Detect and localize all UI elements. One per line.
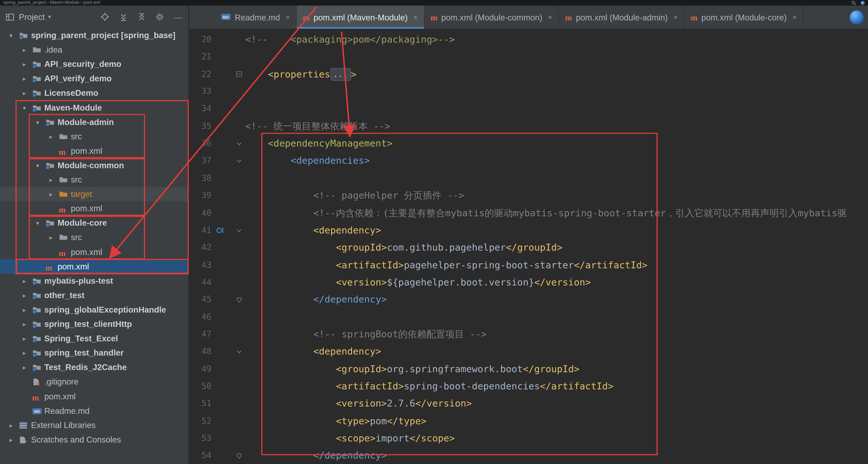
code-line-54[interactable]: </dependency> bbox=[245, 447, 387, 464]
close-icon[interactable]: × bbox=[548, 13, 553, 22]
chevron-collapsed-icon[interactable]: ▸ bbox=[7, 418, 16, 432]
tree-item-pom-xml[interactable]: mpom.xml bbox=[0, 245, 189, 259]
code-line-36[interactable]: <dependencyManagement> bbox=[245, 135, 393, 152]
close-icon[interactable]: × bbox=[285, 13, 290, 22]
tree-item-module-common[interactable]: ▾Module-common bbox=[0, 158, 189, 172]
code-line-52[interactable]: <type>pom</type> bbox=[245, 412, 427, 430]
tree-item-spring-parent-project-spring-base-[interactable]: ▾spring_parent_project [spring_base] bbox=[0, 28, 189, 43]
tree-item-target[interactable]: ▸target bbox=[0, 187, 189, 201]
code-line-44[interactable]: <version>${pagehelper.boot.version}</ver… bbox=[245, 274, 591, 291]
code-line-37[interactable]: <dependencies> bbox=[245, 152, 370, 170]
chevron-collapsed-icon[interactable]: ▸ bbox=[20, 302, 29, 317]
tree-item-pom-xml[interactable]: mpom.xml bbox=[0, 389, 189, 404]
project-view-selector[interactable]: Project bbox=[19, 12, 45, 22]
code-line-35[interactable]: <!-- 统一项目整体依赖版本 --> bbox=[245, 118, 390, 135]
tree-item-module-core[interactable]: ▾Module-core bbox=[0, 216, 189, 230]
collapse-all-icon[interactable] bbox=[137, 12, 146, 22]
code-line-39[interactable]: <!-- pageHelper 分页插件 --> bbox=[245, 187, 464, 204]
tree-item-readme-md[interactable]: MDReadme.md bbox=[0, 403, 189, 418]
fold-marker-end-icon[interactable] bbox=[235, 291, 243, 308]
tree-item-spring-test-excel[interactable]: ▸Spring_Test_Excel bbox=[0, 331, 189, 346]
expand-all-icon[interactable] bbox=[119, 12, 128, 22]
tree-item-licensedemo[interactable]: ▸LicenseDemo bbox=[0, 86, 189, 100]
code-line-43[interactable]: <artifactId>pagehelper-spring-boot-start… bbox=[245, 256, 648, 274]
tree-item-spring-globalexceptionhandle[interactable]: ▸spring_globalExceptionHandle bbox=[0, 302, 189, 317]
hide-panel-icon[interactable]: — bbox=[173, 12, 183, 22]
close-icon[interactable]: × bbox=[413, 13, 418, 22]
chevron-collapsed-icon[interactable]: ▸ bbox=[20, 273, 29, 288]
notification-icon[interactable] bbox=[861, 1, 865, 5]
fold-marker-down-icon[interactable] bbox=[235, 152, 243, 170]
chevron-collapsed-icon[interactable]: ▸ bbox=[20, 346, 29, 360]
chevron-collapsed-icon[interactable]: ▸ bbox=[46, 172, 55, 187]
settings-icon[interactable] bbox=[155, 12, 164, 22]
chevron-collapsed-icon[interactable]: ▸ bbox=[20, 331, 29, 346]
tree-item-spring-test-clienthttp[interactable]: ▸spring_test_clientHttp bbox=[0, 317, 189, 331]
close-icon[interactable]: × bbox=[792, 13, 797, 22]
folded-region-badge[interactable]: ... bbox=[330, 68, 351, 80]
chevron-collapsed-icon[interactable]: ▸ bbox=[20, 360, 29, 375]
tree-item-mybatis-plus-test[interactable]: ▸mybatis-plus-test bbox=[0, 273, 189, 288]
fold-marker-end-icon[interactable] bbox=[235, 447, 243, 464]
editor-body[interactable]: 20<!-- <packaging>pom</packaging>-->2122… bbox=[189, 29, 868, 464]
chevron-collapsed-icon[interactable]: ▸ bbox=[20, 317, 29, 331]
code-line-22[interactable]: <properties...> bbox=[245, 66, 356, 83]
chevron-collapsed-icon[interactable]: ▸ bbox=[46, 230, 55, 245]
code-line-47[interactable]: <!-- springBoot的依赖配置项目 --> bbox=[245, 326, 487, 343]
tree-item-module-admin[interactable]: ▾Module-admin bbox=[0, 115, 189, 129]
tree-item-maven-module[interactable]: ▾Maven-Module bbox=[0, 100, 189, 115]
fold-marker-down-icon[interactable] bbox=[235, 222, 243, 239]
chevron-collapsed-icon[interactable]: ▸ bbox=[20, 86, 29, 100]
tree-item-api-security-demo[interactable]: ▸API_security_demo bbox=[0, 57, 189, 71]
project-view-icon[interactable] bbox=[5, 12, 14, 22]
chevron-collapsed-icon[interactable]: ▸ bbox=[20, 43, 29, 57]
editor-tab-pom-xml-maven-module-[interactable]: mpom.xml (Maven-Module)× bbox=[297, 6, 424, 29]
fold-marker-down-icon[interactable] bbox=[235, 135, 243, 152]
code-line-20[interactable]: <!-- <packaging>pom</packaging>--> bbox=[245, 31, 455, 48]
chevron-expanded-icon[interactable]: ▾ bbox=[33, 115, 42, 129]
chevron-down-icon[interactable]: ▾ bbox=[48, 13, 51, 21]
code-line-51[interactable]: <version>2.7.6</version> bbox=[245, 395, 472, 412]
tree-item-scratches-and-consoles[interactable]: ▸Scratches and Consoles bbox=[0, 432, 189, 447]
code-line-53[interactable]: <scope>import</scope> bbox=[245, 430, 455, 447]
editor-tab-pom-xml-module-core-[interactable]: mpom.xml (Module-core)× bbox=[684, 6, 803, 29]
editor-tab-pom-xml-module-common-[interactable]: mpom.xml (Module-common)× bbox=[425, 6, 559, 29]
chevron-expanded-icon[interactable]: ▾ bbox=[33, 158, 42, 172]
close-icon[interactable]: × bbox=[673, 13, 678, 22]
code-line-42[interactable]: <groupId>com.github.pagehelper</groupId> bbox=[245, 239, 563, 256]
code-line-50[interactable]: <artifactId>spring-boot-dependencies</ar… bbox=[245, 378, 614, 395]
chevron-collapsed-icon[interactable]: ▸ bbox=[7, 432, 16, 447]
tree-item--idea[interactable]: ▸.idea bbox=[0, 43, 189, 57]
fold-marker-down-icon[interactable] bbox=[235, 343, 243, 361]
notifications-orb-icon[interactable] bbox=[850, 10, 864, 24]
select-opened-file-icon[interactable] bbox=[100, 12, 110, 22]
code-line-40[interactable]: <!--内含依赖：(主要是有整合mybatis的驱动mybatis-spring… bbox=[245, 204, 847, 222]
chevron-collapsed-icon[interactable]: ▸ bbox=[46, 187, 55, 201]
tree-item-external-libraries[interactable]: ▸External Libraries bbox=[0, 418, 189, 432]
editor-tab-pom-xml-module-admin-[interactable]: mpom.xml (Module-admin)× bbox=[559, 6, 684, 29]
code-line-49[interactable]: <groupId>org.springframework.boot</group… bbox=[245, 361, 580, 378]
chevron-collapsed-icon[interactable]: ▸ bbox=[20, 288, 29, 302]
code-line-48[interactable]: <dependency> bbox=[245, 343, 381, 361]
tree-item-test-redis-j2cache[interactable]: ▸Test_Redis_J2Cache bbox=[0, 360, 189, 375]
search-icon[interactable] bbox=[851, 1, 857, 6]
fold-marker-box-icon[interactable] bbox=[235, 66, 243, 83]
tree-item-pom-xml[interactable]: mpom.xml bbox=[0, 201, 189, 216]
code-line-41[interactable]: <dependency> bbox=[245, 222, 381, 239]
chevron-collapsed-icon[interactable]: ▸ bbox=[46, 129, 55, 144]
tree-item-api-verify-demo[interactable]: ▸API_verify_demo bbox=[0, 71, 189, 86]
tree-item-other-test[interactable]: ▸other_test bbox=[0, 288, 189, 302]
tree-item-src[interactable]: ▸src bbox=[0, 230, 189, 245]
tree-item-src[interactable]: ▸src bbox=[0, 129, 189, 144]
chevron-collapsed-icon[interactable]: ▸ bbox=[20, 57, 29, 71]
chevron-expanded-icon[interactable]: ▾ bbox=[7, 28, 16, 43]
tree-item-pom-xml[interactable]: mpom.xml bbox=[0, 259, 189, 273]
tree-item-src[interactable]: ▸src bbox=[0, 172, 189, 187]
tree-item-pom-xml[interactable]: mpom.xml bbox=[0, 144, 189, 158]
chevron-expanded-icon[interactable]: ▾ bbox=[33, 216, 42, 230]
code-line-45[interactable]: </dependency> bbox=[245, 291, 387, 308]
gutter-marker-icon[interactable] bbox=[216, 222, 225, 239]
tree-item--gitignore[interactable]: .gitignore bbox=[0, 375, 189, 389]
editor-tab-readme-md[interactable]: MDReadme.md× bbox=[215, 6, 297, 29]
chevron-expanded-icon[interactable]: ▾ bbox=[20, 100, 29, 115]
